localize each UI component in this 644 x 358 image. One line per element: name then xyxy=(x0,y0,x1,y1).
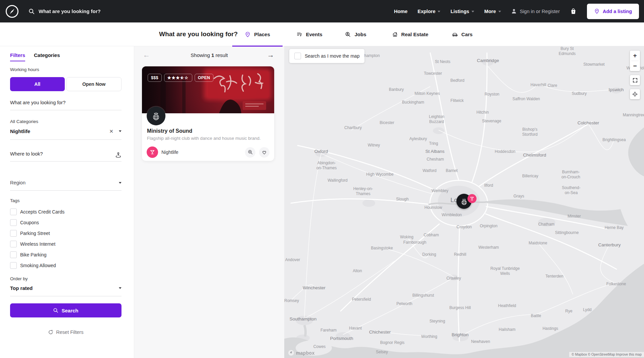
nav-link-explore[interactable]: Explore xyxy=(417,9,440,14)
navbar-menu: Home Explore Listings More Sign in or Re… xyxy=(394,4,644,19)
checkbox[interactable] xyxy=(10,262,17,269)
open-status-badge: OPEN xyxy=(195,74,214,82)
star-rating-badge: ☆☆☆☆☆★★★★★ xyxy=(164,74,192,82)
tab-real-estate[interactable]: Real Estate xyxy=(383,22,437,46)
sidebar-tab-filters[interactable]: Filters xyxy=(10,52,25,61)
search-type-header: What are you looking for? Places Events … xyxy=(0,22,644,46)
region-select[interactable]: Region xyxy=(10,178,121,191)
checkbox[interactable] xyxy=(294,53,301,59)
listing-photo xyxy=(142,66,274,113)
listing-description: Flagship all-night club with dance and h… xyxy=(147,136,272,141)
location-input[interactable] xyxy=(10,148,115,161)
events-playlist-icon xyxy=(296,32,302,38)
user-icon xyxy=(511,8,517,14)
tags-label: Tags xyxy=(10,198,121,203)
brand-compass-logo[interactable] xyxy=(5,4,19,18)
zoom-in-icon xyxy=(248,150,253,155)
tab-places[interactable]: Places xyxy=(232,22,283,46)
sidebar-tab-categories[interactable]: Categories xyxy=(34,52,60,61)
pin-icon xyxy=(594,8,600,14)
nav-link-home[interactable]: Home xyxy=(394,9,407,14)
page: Home Explore Listings More Sign in or Re… xyxy=(0,0,644,358)
tag-accepts-credit-cards[interactable]: Accepts Credit Cards xyxy=(10,208,64,215)
map-zoom-out-button[interactable]: − xyxy=(630,61,640,71)
checkbox[interactable] xyxy=(10,208,17,215)
order-by-value: Top rated xyxy=(10,285,33,291)
tag-parking-street[interactable]: Parking Street xyxy=(10,230,50,237)
results-panel: ← Showing 1 result → xyxy=(134,46,284,358)
search-icon xyxy=(53,308,58,313)
chevron-down-icon xyxy=(119,287,121,289)
map-zoom-controls: + − xyxy=(630,51,640,71)
listing-footer: Nightlife xyxy=(147,146,269,158)
sidebar-tabs: Filters Categories xyxy=(10,52,121,61)
checkbox[interactable] xyxy=(10,230,17,237)
navbar-search-input[interactable] xyxy=(39,8,180,14)
map-attribution[interactable]: © Mapbox © OpenStreetMap Improve this ma… xyxy=(569,352,644,357)
star-rating: ☆☆☆☆☆★★★★★ xyxy=(167,76,189,80)
add-listing-button[interactable]: Add a listing xyxy=(587,4,639,19)
mapbox-logo[interactable]: mapbox xyxy=(288,350,314,356)
locate-icon xyxy=(632,92,638,97)
region-placeholder: Region xyxy=(10,180,26,185)
map-fullscreen-button[interactable] xyxy=(630,75,640,85)
sign-in-link[interactable]: Sign in or Register xyxy=(511,8,560,14)
refresh-icon xyxy=(48,330,53,335)
chevron-down-icon xyxy=(498,11,501,12)
hours-option-open-now[interactable]: Open Now xyxy=(66,77,122,91)
keyword-input[interactable] xyxy=(10,97,121,110)
listing-badges: $$$ ☆☆☆☆☆★★★★★ OPEN xyxy=(148,74,213,82)
cart-icon[interactable] xyxy=(570,8,577,15)
zoom-to-listing-button[interactable] xyxy=(245,147,255,158)
hours-toggle: All Open Now xyxy=(10,77,121,91)
map-locate-button[interactable] xyxy=(630,89,640,99)
tag-coupons[interactable]: Coupons xyxy=(10,219,39,226)
tag-bike-parking[interactable]: Bike Parking xyxy=(10,251,47,258)
price-range-badge: $$$ xyxy=(148,74,162,82)
nav-link-listings[interactable]: Listings xyxy=(450,9,474,14)
hours-option-all[interactable]: All xyxy=(10,77,65,91)
nightlife-category-icon[interactable] xyxy=(147,146,158,158)
search-as-move-toggle[interactable]: Search as I move the map xyxy=(289,49,364,63)
tag-wireless-internet[interactable]: Wireless Internet xyxy=(10,241,55,247)
listing-card[interactable]: $$$ ☆☆☆☆☆★★★★★ OPEN xyxy=(142,66,274,161)
checkbox[interactable] xyxy=(10,251,17,258)
content: Filters Categories Working hours All Ope… xyxy=(0,46,644,358)
results-header: ← Showing 1 result → xyxy=(134,50,284,62)
tab-cars[interactable]: Cars xyxy=(442,22,482,46)
category-select[interactable]: Nightlife ✕ xyxy=(10,126,121,140)
chevron-down-icon xyxy=(119,130,121,132)
search-icon xyxy=(29,8,35,14)
tag-smoking-allowed[interactable]: Smoking Allowed xyxy=(10,262,56,269)
category-label: All Categories xyxy=(10,119,121,124)
filters-sidebar: Filters Categories Working hours All Ope… xyxy=(0,46,134,358)
order-by-select[interactable]: Top rated xyxy=(10,283,121,296)
category-value: Nightlife xyxy=(10,128,30,134)
tab-jobs[interactable]: Jobs xyxy=(337,22,375,46)
listing-category-label[interactable]: Nightlife xyxy=(161,150,179,155)
car-icon xyxy=(452,31,458,38)
near-me-icon[interactable] xyxy=(115,152,121,159)
clear-category-icon[interactable]: ✕ xyxy=(108,128,114,134)
places-pin-icon xyxy=(245,32,251,38)
jobs-search-icon xyxy=(345,32,351,38)
house-icon xyxy=(392,32,398,38)
map-panel[interactable]: NorthamptonBury St EdmundsCambridgeStowm… xyxy=(284,46,644,358)
navbar-search xyxy=(29,8,180,14)
nav-link-more[interactable]: More xyxy=(484,9,501,14)
reset-filters-button[interactable]: Reset Filters xyxy=(10,330,121,335)
search-button[interactable]: Search xyxy=(10,303,121,317)
map-zoom-in-button[interactable]: + xyxy=(630,51,640,61)
chevron-down-icon xyxy=(119,182,121,184)
checkbox[interactable] xyxy=(10,219,17,226)
heart-icon xyxy=(261,150,267,155)
results-count: Showing 1 result xyxy=(134,52,284,58)
tab-events[interactable]: Events xyxy=(288,22,331,46)
nightlife-marker-badge[interactable] xyxy=(467,194,477,203)
chevron-down-icon xyxy=(472,11,474,12)
next-page-arrow[interactable]: → xyxy=(267,51,274,58)
checkbox[interactable] xyxy=(10,241,17,247)
favorite-button[interactable] xyxy=(259,147,269,158)
working-hours-label: Working hours xyxy=(10,67,121,72)
listing-logo-avatar xyxy=(147,107,165,125)
